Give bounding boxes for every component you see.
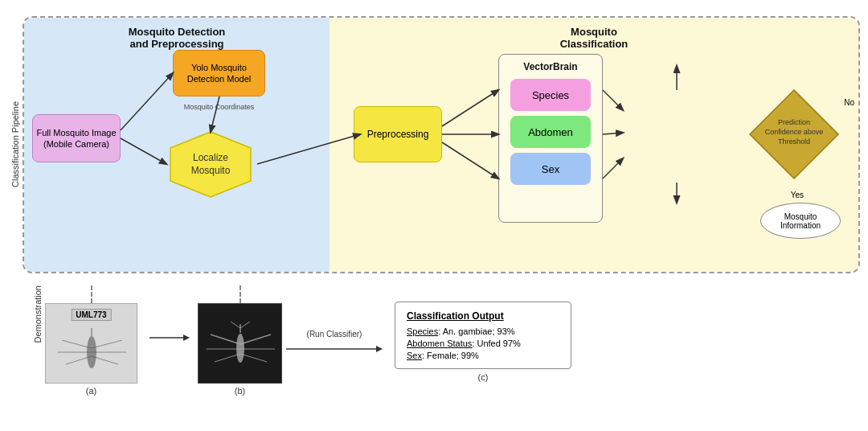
svg-point-29 <box>236 334 244 363</box>
svg-line-3 <box>121 138 166 164</box>
output-title: Classification Output <box>407 310 559 322</box>
preprocessing-box: Preprocessing <box>354 106 442 162</box>
dashed-line-b <box>240 285 241 303</box>
output-c-label: (c) <box>395 372 571 382</box>
detection-title: Mosquito Detectionand Preprocessing <box>32 26 321 50</box>
demo-image-b <box>198 303 282 384</box>
preprocessing-label: Preprocessing <box>367 129 429 140</box>
demo-image-b-container: (b) <box>198 285 282 396</box>
localize-hexagon: Localize Mosquito <box>166 130 255 202</box>
yolo-label: Yolo MosquitoDetection Model <box>187 62 252 85</box>
pipeline-vertical-label: Classification Pipeline <box>8 8 23 281</box>
svg-line-14 <box>603 133 623 134</box>
demo-arrow-a-b <box>141 330 198 346</box>
svg-text:Threshold: Threshold <box>778 138 810 146</box>
species-label-output: Species <box>407 326 438 336</box>
run-classifier-container: (Run Classifier) <box>286 330 383 357</box>
classification-output-container: Classification Output Species: An. gambi… <box>395 302 571 382</box>
svg-line-21 <box>92 340 122 348</box>
section-detection: Mosquito Detectionand Preprocessing Full… <box>24 18 330 272</box>
no-label: No <box>844 98 854 107</box>
demo-vertical-label: Demonstration <box>31 285 45 343</box>
classification-output-box: Classification Output Species: An. gambi… <box>395 302 571 369</box>
svg-line-5 <box>211 96 219 132</box>
demo-image-a: UML773 <box>45 303 137 384</box>
svg-text:Mosquito: Mosquito <box>191 165 231 176</box>
dashed-line-a <box>91 285 92 303</box>
classification-title: MosquitoClassification <box>338 26 850 50</box>
svg-line-31 <box>240 335 271 344</box>
image-a-label: (a) <box>86 386 96 396</box>
sex-output-line: Sex: Female; 99% <box>407 351 559 360</box>
mosquito-coords-label: Mosquito Coordinates <box>173 103 265 111</box>
mosquito-image-b-svg <box>199 304 282 384</box>
svg-line-12 <box>442 142 498 179</box>
pipeline-outer-box: Mosquito Detectionand Preprocessing Full… <box>23 16 860 273</box>
vectorbrain-title: VectorBrain <box>523 61 577 72</box>
abdomen-label-output: Abdomen Status <box>407 339 472 348</box>
svg-line-35 <box>240 354 267 362</box>
svg-line-30 <box>211 335 240 344</box>
svg-line-10 <box>442 90 498 126</box>
svg-line-4 <box>121 73 173 130</box>
demo-row: Demonstration UML773 <box>8 285 860 396</box>
svg-text:Confidence above: Confidence above <box>765 128 824 136</box>
svg-line-13 <box>603 90 623 110</box>
abdomen-box: Abdomen <box>510 116 591 148</box>
mosquito-info-label: MosquitoInformation <box>780 212 821 230</box>
svg-text:Prediction: Prediction <box>778 118 810 126</box>
svg-marker-28 <box>183 335 190 341</box>
svg-line-38 <box>240 322 250 328</box>
pipeline-wrapper: Classification Pipeline Mosquito Detecti… <box>8 8 860 281</box>
vectorbrain-box: VectorBrain Species Abdomen Sex <box>498 54 603 223</box>
main-container: Classification Pipeline Mosquito Detecti… <box>0 0 868 431</box>
svg-text:Localize: Localize <box>193 152 228 163</box>
svg-line-37 <box>231 322 240 328</box>
yes-label: Yes <box>791 191 804 199</box>
svg-marker-40 <box>376 346 383 352</box>
mosquito-info-ellipse: MosquitoInformation <box>760 203 841 239</box>
species-box: Species <box>510 79 591 111</box>
svg-line-20 <box>62 340 92 348</box>
full-mosquito-box: Full Mosquito Image(Mobile Camera) <box>32 114 121 162</box>
species-output-line: Species: An. gambiae; 93% <box>407 326 559 336</box>
yolo-box: Yolo MosquitoDetection Model <box>173 50 265 96</box>
abdomen-output-line: Abdomen Status: Unfed 97% <box>407 339 559 348</box>
run-classifier-arrow <box>286 341 383 357</box>
svg-line-34 <box>215 354 240 362</box>
image-b-label: (b) <box>235 386 245 396</box>
sex-box: Sex <box>510 153 591 185</box>
full-mosquito-label: Full Mosquito Image(Mobile Camera) <box>36 127 116 150</box>
confidence-diamond: Prediction Confidence above Threshold <box>746 86 842 186</box>
svg-line-15 <box>603 158 623 179</box>
sex-label-output: Sex <box>407 351 422 360</box>
run-classifier-label: (Run Classifier) <box>307 330 362 339</box>
demo-image-a-container: UML773 (a) <box>45 285 137 396</box>
section-classification: MosquitoClassification Preprocessing Vec… <box>330 18 858 272</box>
mosquito-image-a-svg <box>46 304 137 384</box>
